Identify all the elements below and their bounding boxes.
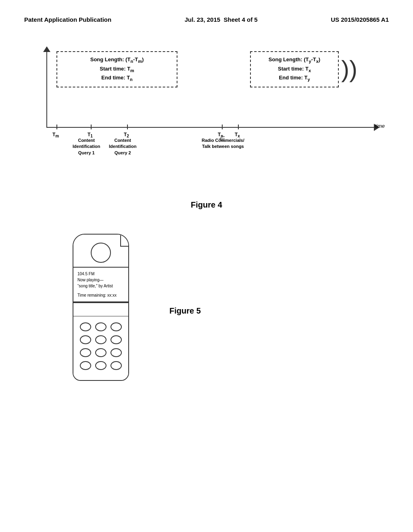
phone-btn-5[interactable] [95, 335, 106, 344]
desc-query1: ContentIdentificationQuery 1 [73, 137, 100, 156]
phone-btn-1[interactable] [80, 322, 91, 331]
phone-btn-2[interactable] [95, 322, 106, 331]
phone-notch [120, 235, 128, 247]
phone-btn-11[interactable] [95, 361, 106, 370]
phone-body: 104.5 FM Now playing— “song title,” by A… [73, 234, 129, 381]
h-axis [46, 127, 377, 128]
figure5-caption: Figure 5 [169, 306, 201, 316]
phone-btn-7[interactable] [80, 348, 91, 357]
label-tm: Tm [52, 132, 59, 138]
phone-device: 104.5 FM Now playing— “song title,” by A… [65, 234, 137, 381]
screen-line2: Now playing— [77, 277, 124, 283]
button-row-4 [77, 361, 124, 370]
phone-buttons [73, 316, 128, 380]
phone-btn-8[interactable] [95, 348, 106, 357]
figure4-caption: Figure 4 [0, 200, 413, 210]
phone-btn-9[interactable] [111, 348, 122, 357]
phone-top [73, 235, 128, 267]
phone-btn-12[interactable] [111, 361, 122, 370]
bracket-symbol: )) [341, 51, 357, 87]
timeline: Song Length: (Tn-Tm) Start time: Tm End … [24, 47, 389, 160]
screen-spacer [77, 289, 124, 292]
button-row-3 [77, 348, 124, 357]
phone-screen: 104.5 FM Now playing— “song title,” by A… [73, 267, 128, 302]
desc-radio: Radio Commercials/Talk between songs [202, 137, 244, 150]
page-header: Patent Application Publication Jul. 23, … [0, 0, 413, 23]
patent-number: US 2015/0205865 A1 [331, 16, 389, 23]
phone-btn-4[interactable] [80, 335, 91, 344]
tick-t2 [127, 125, 128, 129]
tick-tm [56, 125, 57, 129]
screen-line5: Time remaining: xx:xx [77, 292, 124, 298]
screen-line1: 104.5 FM [77, 271, 124, 277]
publication-date: Jul. 23, 2015 Sheet 4 of 5 [185, 16, 258, 23]
phone-btn-10[interactable] [80, 361, 91, 370]
tick-t1 [91, 125, 92, 129]
button-row-2 [77, 335, 124, 344]
button-row-1 [77, 322, 124, 331]
screen-line3: “song title,” by Artist [77, 283, 124, 289]
tick-tn [222, 125, 223, 129]
figure4-diagram: Song Length: (Tn-Tm) Start time: Tm End … [24, 47, 389, 192]
patent-title: Patent Application Publication [24, 16, 111, 23]
phone-middle [73, 302, 128, 316]
time-label: time [375, 123, 385, 129]
phone-btn-3[interactable] [111, 322, 122, 331]
desc-query2: ContentIdentificationQuery 2 [109, 137, 136, 156]
song-box-1: Song Length: (Tn-Tm) Start time: Tm End … [56, 51, 177, 87]
v-axis-arrow [43, 46, 50, 52]
phone-btn-6[interactable] [111, 335, 122, 344]
song-box-2: Song Length: (Ty-Tx) Start time: Tx End … [250, 51, 339, 87]
phone-speaker [91, 243, 111, 263]
v-axis [46, 47, 47, 128]
figure5-area: 104.5 FM Now playing— “song title,” by A… [24, 226, 389, 381]
tick-tx [238, 125, 239, 129]
